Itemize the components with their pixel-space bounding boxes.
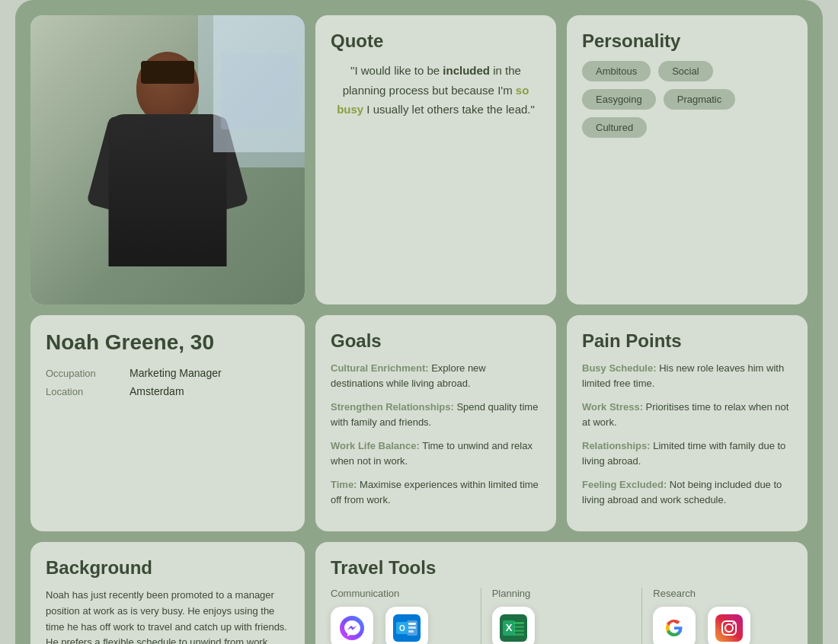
tools-categories: Communication [331,588,792,644]
goal-item-1: Cultural Enrichment: Explore new destina… [331,361,541,391]
outlook-icon: O [385,607,428,644]
quote-text: "I would like to be included in the plan… [331,61,541,120]
profile-panel: Noah Greene, 30 Occupation Marketing Man… [30,315,305,531]
background-title: Background [46,557,289,579]
communication-label: Communication [331,588,470,599]
trait-easygoing: Easygoing [582,89,656,110]
trait-ambitious: Ambitous [582,61,651,81]
goal-label-1: Cultural Enrichment: [331,362,429,374]
planning-category: Planning X [492,588,632,644]
goal-item-3: Work Life Balance: Time to unwind and re… [331,438,541,468]
pain-item-1: Busy Schedule: His new role leaves him w… [582,361,792,391]
pain-points-panel: Pain Points Busy Schedule: His new role … [567,315,808,531]
pain-item-2: Work Stress: Prioritises time to relax w… [582,400,792,429]
photo-panel [30,15,305,304]
quote-panel: Quote "I would like to be included in th… [315,15,556,304]
messenger-icon [331,607,373,644]
research-category: Research Google [653,588,792,644]
research-icons: Google [653,607,792,644]
svg-rect-15 [513,622,524,624]
persona-card: Quote "I would like to be included in th… [15,0,823,644]
pain-points-title: Pain Points [582,330,792,352]
location-row: Location Amsterdam [46,385,289,397]
instagram-research-icon [708,607,750,644]
location-label: Location [46,386,114,397]
background-text: Noah has just recently been promoted to … [46,588,289,644]
quote-title: Quote [331,30,541,52]
personality-panel: Personality Ambitous Social Easygoing Pr… [567,15,808,304]
svg-text:O: O [399,624,405,633]
occupation-label: Occupation [46,368,114,379]
goals-panel: Goals Cultural Enrichment: Explore new d… [315,315,556,531]
planning-icons: X Excel [492,607,632,644]
svg-rect-17 [513,630,524,632]
pain-item-4: Feeling Excluded: Not being included due… [582,477,792,507]
svg-rect-16 [513,626,524,628]
occupation-value: Marketing Manager [130,367,222,379]
tool-instagram-research: Instagram [708,607,750,644]
goal-label-4: Time: [331,479,357,490]
pain-label-3: Relationships: [582,440,651,451]
svg-point-0 [340,616,364,640]
divider-2 [641,588,642,644]
goal-label-2: Strengthen Relationships: [331,401,454,413]
tool-outlook: O Outlook [385,607,428,644]
svg-text:X: X [505,622,512,633]
tool-excel: X Excel [492,607,535,644]
traits-container: Ambitous Social Easygoing Pragmatic Cult… [582,61,792,138]
divider-1 [481,588,481,644]
travel-tools-panel: Travel Tools Communication [315,542,808,644]
trait-pragmatic: Pragmatic [664,89,736,110]
svg-rect-3 [408,623,416,625]
tool-google: Google [653,607,696,644]
occupation-row: Occupation Marketing Manager [46,367,289,379]
trait-social: Social [658,61,712,81]
pain-label-1: Busy Schedule: [582,362,657,374]
pain-label-2: Work Stress: [582,401,643,413]
excel-icon: X [492,607,535,644]
goal-text-4: Maximise experiences within limited time… [331,479,539,505]
tools-title: Travel Tools [331,557,792,579]
goal-label-3: Work Life Balance: [331,440,420,451]
svg-rect-5 [408,630,414,633]
pain-label-4: Feeling Excluded: [582,479,667,490]
tool-messenger: Messenger [331,607,373,644]
research-label: Research [653,588,792,599]
planning-label: Planning [492,588,632,599]
pain-item-3: Relationships: Limited time with family … [582,438,792,468]
svg-rect-4 [408,626,416,629]
goals-title: Goals [331,330,541,352]
trait-cultured: Cultured [582,117,647,138]
background-panel: Background Noah has just recently been p… [30,542,305,644]
profile-photo [30,15,305,304]
goal-item-4: Time: Maximise experiences within limite… [331,477,541,507]
google-icon [653,607,696,644]
location-value: Amsterdam [130,385,184,397]
svg-point-23 [733,623,735,625]
goal-item-2: Strengthen Relationships: Spend quality … [331,400,541,429]
svg-rect-20 [715,614,743,642]
svg-rect-18 [513,633,524,636]
profile-name: Noah Greene, 30 [46,330,289,355]
personality-title: Personality [582,30,792,52]
communication-category: Communication [331,588,470,644]
communication-icons: Messenger O [331,607,470,644]
